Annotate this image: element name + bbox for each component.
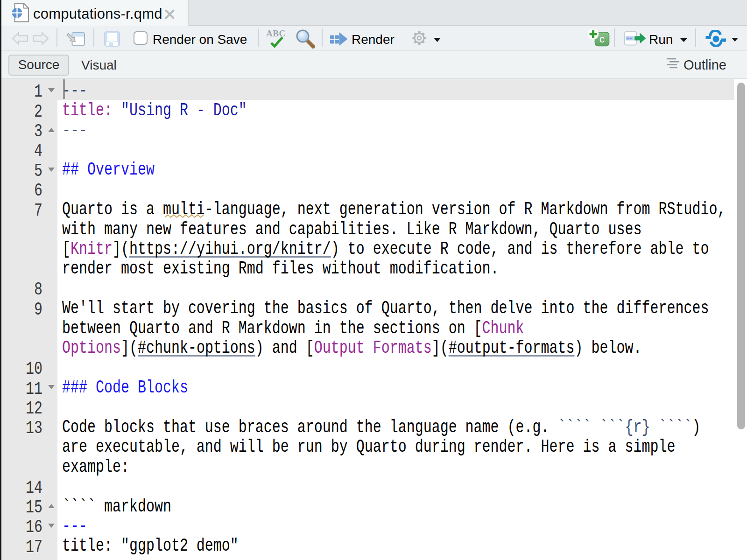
svg-text:c: c — [599, 33, 605, 45]
